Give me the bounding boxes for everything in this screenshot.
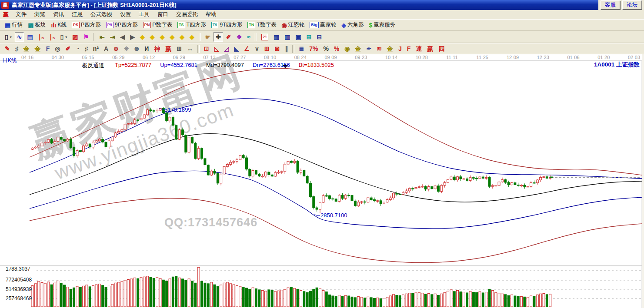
- si-line-button[interactable]: 四: [436, 44, 447, 53]
- candle-width-dropdown[interactable]: ▯▾: [58, 32, 70, 42]
- last-page-button[interactable]: ⇥: [108, 32, 117, 42]
- stats-panel-button[interactable]: ≣: [297, 44, 306, 53]
- gold-scale2-button[interactable]: 金: [33, 44, 43, 53]
- gann-fan2-button[interactable]: ◿: [222, 44, 231, 53]
- candle-style-dropdown[interactable]: ▯▾: [3, 32, 14, 42]
- menu-item-3[interactable]: 江恩: [68, 11, 87, 18]
- span-arrows-button[interactable]: ↔: [185, 44, 195, 53]
- pct7-button[interactable]: 7%: [307, 44, 320, 53]
- menu-item-4[interactable]: 公式选股: [87, 11, 116, 18]
- chart3-button[interactable]: ∣₃: [36, 32, 46, 42]
- menu-item-8[interactable]: 交易委托: [172, 11, 202, 18]
- spiral-tool-button[interactable]: ◎: [53, 44, 62, 53]
- hand-tool-button[interactable]: ☛: [203, 32, 213, 42]
- ruler-tool-button[interactable]: ❖: [234, 32, 244, 42]
- forum-button[interactable]: 论坛: [622, 0, 642, 10]
- save-button[interactable]: ▣: [294, 32, 304, 42]
- gold-angle-button[interactable]: 金: [385, 44, 395, 53]
- grid-a-button[interactable]: ⊞: [262, 44, 272, 53]
- wave-tool-button[interactable]: ≈: [245, 32, 253, 42]
- scale-tool-button[interactable]: ♯: [13, 44, 20, 53]
- gold-line-button[interactable]: 金: [353, 44, 364, 53]
- v-wave-button[interactable]: ∨: [253, 44, 261, 53]
- f-line-button[interactable]: F: [405, 44, 413, 53]
- print-button[interactable]: ⊟: [314, 32, 324, 42]
- ying-tool-button[interactable]: 赢: [163, 44, 174, 53]
- shen-tool-button[interactable]: 神: [152, 44, 162, 53]
- j-line-button[interactable]: J: [396, 44, 404, 53]
- grid-b-button[interactable]: ⊠: [273, 44, 282, 53]
- grid-scale-button[interactable]: ♯: [83, 44, 90, 53]
- measure-tool-button[interactable]: ✐: [224, 32, 234, 42]
- expand-horizontal-button[interactable]: ◆: [158, 32, 167, 42]
- calendar-button[interactable]: 21: [259, 33, 270, 42]
- clock-cycle-button[interactable]: ◔: [73, 44, 81, 53]
- web-grid-button[interactable]: ⊛: [132, 44, 142, 53]
- brush-tool-button[interactable]: ✐: [63, 44, 73, 53]
- angle-line-button[interactable]: ∠: [242, 44, 252, 53]
- gold-circle-button[interactable]: ◉: [342, 44, 352, 53]
- t-number-table-button[interactable]: TNT数字表: [245, 20, 278, 30]
- f-scale-button[interactable]: F: [44, 44, 52, 53]
- p-number-table-button[interactable]: PNP数字表: [141, 20, 174, 30]
- star-grid-button[interactable]: ✳: [122, 44, 131, 53]
- su-line-button[interactable]: 速: [414, 44, 424, 53]
- red-panel-button[interactable]: ▨: [70, 32, 80, 42]
- hexagon-button[interactable]: ◈六角形: [339, 20, 366, 30]
- n2-cycle-button[interactable]: n²: [91, 44, 101, 53]
- k-mark-button[interactable]: И: [142, 44, 151, 53]
- box-tool-button[interactable]: ⊡: [202, 44, 211, 53]
- menu-item-6[interactable]: 工具: [135, 11, 153, 18]
- p-square-button[interactable]: PSP四方形: [70, 20, 103, 30]
- color-flag-button[interactable]: ⚑: [81, 32, 91, 42]
- wave-line-button[interactable]: ≋: [374, 44, 384, 53]
- menu-item-7[interactable]: 窗口: [153, 11, 172, 18]
- flag-pen-button[interactable]: ✒: [364, 44, 374, 53]
- pen-tool-button[interactable]: ✎: [3, 44, 12, 53]
- shrink-all-button[interactable]: ◆: [177, 32, 187, 42]
- customer-service-button[interactable]: 客服: [601, 0, 620, 10]
- export-screen-button[interactable]: ⊞: [304, 32, 314, 42]
- circle-cross-button[interactable]: ⊕: [111, 44, 121, 53]
- notes-button[interactable]: ▥: [282, 32, 292, 42]
- kline-button[interactable]: ılıK线: [49, 20, 69, 30]
- calculator-button[interactable]: ▦: [271, 32, 281, 42]
- menu-item-9[interactable]: 帮助: [202, 11, 220, 18]
- parallel-lines-button[interactable]: ∥: [283, 44, 290, 53]
- scroll-right-diamond-button[interactable]: ◆: [148, 32, 157, 42]
- menu-item-1[interactable]: 浏览: [30, 11, 49, 18]
- next-page-button[interactable]: ▶: [128, 32, 137, 42]
- gann-wheel-button[interactable]: ◉江恩轮: [279, 20, 307, 30]
- percent-button[interactable]: %: [321, 44, 330, 53]
- percent-line-button[interactable]: %: [332, 44, 341, 53]
- winner-wheel-button[interactable]: Big赢家轮: [307, 20, 338, 30]
- volume-bar: [370, 298, 372, 307]
- crosshair-tool-button[interactable]: ✚: [214, 32, 223, 42]
- sectors-button[interactable]: ▩板块: [26, 20, 48, 30]
- a-tool-button[interactable]: A: [102, 44, 110, 53]
- zigzag-tool-button[interactable]: ∿: [15, 32, 24, 42]
- gann-wheel-button-label: 江恩轮: [288, 21, 305, 29]
- gann-fan3-button[interactable]: ◣: [232, 44, 241, 53]
- menu-item-5[interactable]: 设置: [116, 11, 135, 18]
- quotes-button[interactable]: ▦行情: [3, 20, 25, 30]
- ruler-grid-button[interactable]: ⊞: [174, 44, 184, 53]
- t9-square-button[interactable]: T99T四方形: [209, 20, 245, 30]
- candlestick-chart[interactable]: [0, 54, 644, 308]
- t-square-button[interactable]: TST四方形: [175, 20, 208, 30]
- prev-page-button[interactable]: ◀: [118, 32, 127, 42]
- winner-service-button[interactable]: $赢家服务: [367, 20, 397, 30]
- candle-body: [47, 139, 50, 142]
- p9-square-button[interactable]: P99P四方形: [104, 20, 140, 30]
- menu-item-0[interactable]: 文件: [12, 11, 30, 18]
- gann-fan-button[interactable]: ◺: [212, 44, 221, 53]
- ying-line-button[interactable]: 赢: [425, 44, 435, 53]
- expand-all-button[interactable]: ◆: [187, 32, 197, 42]
- shrink-horizontal-button[interactable]: ◆: [167, 32, 177, 42]
- scroll-left-diamond-button[interactable]: ◆: [138, 32, 147, 42]
- first-page-button[interactable]: ⇤: [97, 32, 107, 42]
- menu-item-2[interactable]: 资讯: [49, 11, 68, 18]
- gold-scale-button[interactable]: 金: [21, 44, 32, 53]
- info-panel-button[interactable]: ▤: [25, 32, 35, 42]
- chart9-button[interactable]: ∣₉: [47, 32, 57, 42]
